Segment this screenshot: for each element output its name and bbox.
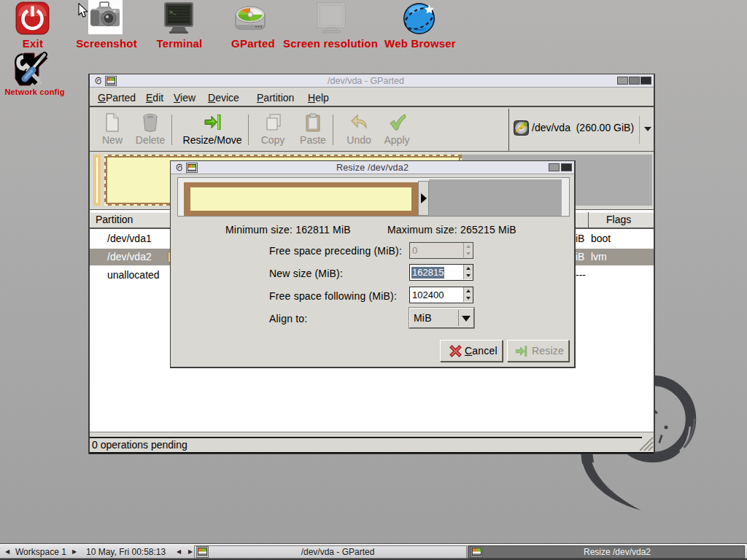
svg-text:>_: >_ <box>169 9 177 15</box>
